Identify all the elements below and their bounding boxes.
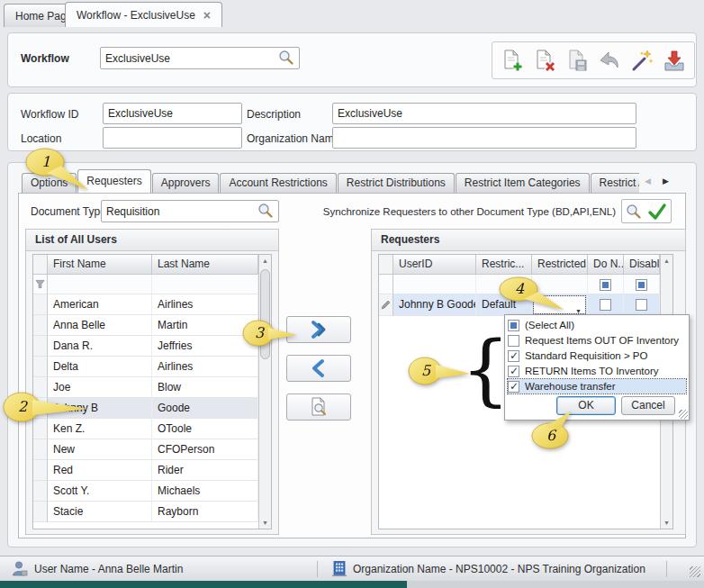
bottom-edge-bar-right: [407, 581, 704, 588]
synchronize-label: Synchronize Requesters to other Document…: [323, 206, 616, 217]
cancel-button[interactable]: Cancel: [621, 396, 675, 415]
status-separator: [317, 561, 318, 577]
location-input[interactable]: [103, 127, 242, 149]
status-separator: [666, 561, 667, 577]
tab-workflow-exclusiveuse[interactable]: Workflow - ExclusiveUse ×: [65, 2, 222, 27]
document-type-input[interactable]: [101, 200, 279, 222]
restriction-dropdown-popup: (Select All) Request Items OUT OF Invent…: [504, 314, 690, 421]
wizard-icon: [630, 49, 654, 72]
tab-account-restrictions[interactable]: Account Restrictions: [220, 173, 336, 193]
organization-name-input[interactable]: [332, 127, 636, 149]
dropdown-item-label: RETURN Items TO Inventory: [525, 366, 658, 376]
workflow-details-panel: Workflow ID Description Location Organiz…: [7, 93, 697, 151]
tab-restrict-item-categories[interactable]: Restrict Item Categories: [456, 173, 590, 193]
popup-resize-grip[interactable]: [679, 410, 688, 419]
save-document-button[interactable]: [564, 47, 591, 74]
tab-workflow-label: Workflow - ExclusiveUse: [77, 9, 195, 22]
callout-5: 5: [407, 353, 472, 389]
workflow-label: Workflow: [21, 52, 69, 65]
preview-user-button[interactable]: [286, 394, 351, 421]
requesters-group-title: Requesters: [372, 230, 685, 251]
window-resize-grip[interactable]: [690, 566, 700, 577]
users-col-first-name[interactable]: First Name: [48, 255, 152, 275]
scroll-up-icon: ▲: [259, 258, 271, 264]
tab-scroll-right-icon[interactable]: ▶: [663, 176, 669, 185]
workflow-id-input[interactable]: [103, 103, 242, 124]
checkbox-indeterminate-icon[interactable]: [600, 279, 611, 291]
checkbox-unchecked-icon[interactable]: [600, 299, 611, 311]
users-col-last-name[interactable]: Last Name: [152, 255, 258, 275]
undo-button[interactable]: [596, 47, 623, 74]
req-col-do-not[interactable]: Do N...: [588, 255, 624, 275]
dropdown-item-return-items[interactable]: ✓ RETURN Items TO Inventory: [508, 364, 686, 378]
tab-scroll-left-icon[interactable]: ◀: [645, 176, 651, 185]
synchronize-button[interactable]: [621, 199, 672, 223]
import-button[interactable]: [661, 47, 688, 74]
checkbox-unchecked-icon[interactable]: [636, 299, 647, 311]
callout-3: 3: [241, 317, 299, 349]
tab-restrict-asset-location[interactable]: Restrict Asset Location: [591, 173, 639, 193]
user-icon: [11, 560, 29, 578]
location-label: Location: [21, 132, 61, 145]
tab-restrict-distributions[interactable]: Restrict Distributions: [338, 173, 455, 193]
filter-row-icon: [35, 279, 45, 289]
sync-check-icon: [647, 203, 667, 221]
delete-document-icon: [533, 49, 556, 72]
save-document-icon: [565, 49, 589, 72]
dropdown-item-warehouse-transfer[interactable]: ✓ Warehouse transfer: [508, 379, 686, 394]
filter-row-indicator: [33, 275, 48, 294]
callout-2: 2: [2, 389, 90, 425]
organization-name-label: Organization Name: [247, 132, 339, 145]
import-icon: [663, 49, 686, 72]
req-filter-userid[interactable]: [393, 275, 476, 294]
delete-document-button[interactable]: [531, 47, 558, 74]
workflow-id-label: Workflow ID: [21, 108, 78, 121]
checkbox-indeterminate-icon[interactable]: [636, 279, 647, 291]
preview-document-icon: [309, 397, 329, 417]
scroll-down-icon: ▼: [259, 520, 271, 526]
req-col-restricted[interactable]: Restricted ...: [532, 255, 588, 275]
req-col-userid[interactable]: UserID: [393, 255, 476, 275]
req-col-restriction[interactable]: Restric...: [476, 255, 532, 275]
description-input[interactable]: [332, 103, 636, 124]
dropdown-item-label: Request Items OUT OF Inventory: [525, 335, 679, 346]
req-filter-do-not[interactable]: [588, 275, 624, 294]
req-col-disable[interactable]: Disabl...: [624, 255, 660, 275]
tab-home-page-label: Home Page: [15, 10, 72, 23]
users-grid-scrollbar[interactable]: ▲ ▼: [258, 255, 271, 529]
users-grid-corner: [33, 255, 48, 275]
dropdown-item-label: Standard Requisition > PO: [525, 350, 647, 361]
dropdown-item-request-out[interactable]: Request Items OUT OF Inventory: [508, 333, 686, 348]
description-label: Description: [247, 108, 301, 121]
dropdown-item-select-all[interactable]: (Select All): [508, 318, 686, 332]
tab-approvers[interactable]: Approvers: [152, 173, 220, 193]
document-type-search-icon[interactable]: [257, 203, 274, 219]
workflow-lookup-input[interactable]: [100, 47, 300, 69]
new-document-button[interactable]: [499, 47, 526, 74]
status-organization-text: Organization Name - NPS10002 - NPS Train…: [353, 563, 645, 575]
undo-icon: [598, 49, 621, 72]
close-tab-icon[interactable]: ×: [203, 9, 211, 22]
dropdown-item-standard-requisition[interactable]: ✓ Standard Requisition > PO: [508, 348, 686, 363]
status-user-text: User Name - Anna Belle Martin: [34, 563, 183, 575]
req-filter-disable[interactable]: [624, 275, 660, 294]
chevron-right-icon: [307, 319, 330, 340]
workflow-toolbar: [492, 41, 695, 79]
scroll-up-icon: ▲: [661, 258, 672, 264]
new-document-icon: [501, 49, 524, 72]
filter-cell-first-name[interactable]: [48, 275, 152, 294]
search-icon[interactable]: [278, 50, 294, 66]
cell-do-not-checkbox[interactable]: [588, 294, 624, 316]
callout-4: 4: [497, 276, 569, 312]
move-left-button[interactable]: [286, 355, 351, 382]
document-type-label: Document Type: [31, 205, 106, 218]
wizard-button[interactable]: [628, 47, 655, 74]
cell-disable-checkbox[interactable]: [624, 294, 660, 316]
users-group-title: List of All Users: [26, 230, 278, 251]
dropdown-item-label: Warehouse transfer: [525, 381, 616, 392]
filter-cell-last-name[interactable]: [152, 275, 258, 294]
main-tab-strip: Options Requesters Approvers Account Res…: [22, 169, 639, 193]
edit-pencil-icon: [379, 294, 393, 316]
organization-icon: [331, 560, 347, 577]
callout-1: 1: [23, 147, 94, 192]
